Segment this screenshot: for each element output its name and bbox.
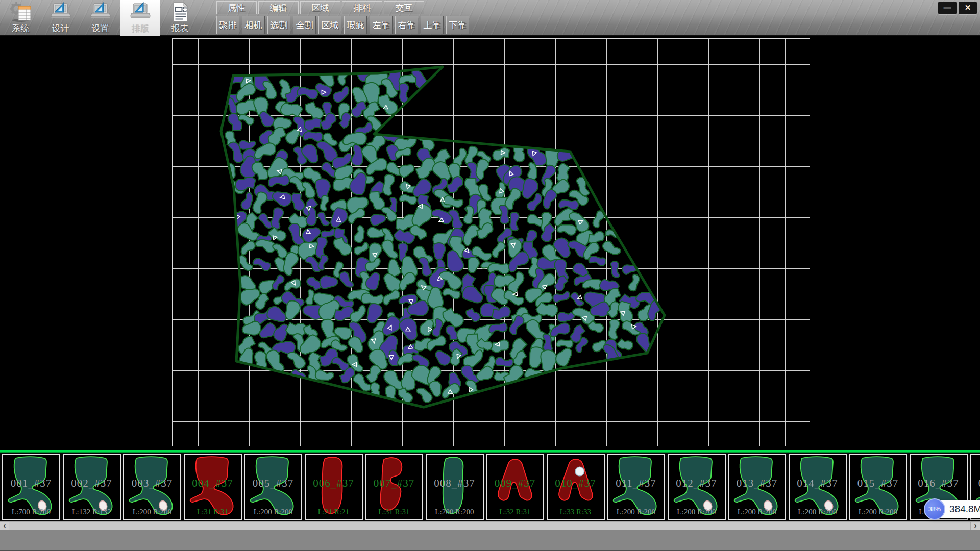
part-lr-count: L:200 R:200 xyxy=(850,508,906,516)
part-name: 017_#37 xyxy=(971,477,980,490)
part-name: 010_#37 xyxy=(548,477,604,490)
part-lr-count: L:700 R:700 xyxy=(3,508,59,516)
part-name: 012_#37 xyxy=(669,477,725,490)
part-thumb-015[interactable]: 015_#37 L:200 R:200 xyxy=(849,454,907,520)
part-thumb-005[interactable]: 005_#37 L:200 R:200 xyxy=(244,454,302,520)
part-lr-count: L:200 R:200 xyxy=(729,508,785,516)
part-lr-count: L:21 R:21 xyxy=(306,508,362,516)
part-thumbnail-list: 001_#37 L:700 R:700 002_#37 L:132 R:132 … xyxy=(0,454,980,520)
part-name: 016_#37 xyxy=(911,477,967,490)
part-lr-count: L:200 R:200 xyxy=(124,508,180,516)
part-lr-count: L:32 R:31 xyxy=(487,508,543,516)
part-name: 008_#37 xyxy=(427,477,483,490)
scroll-track[interactable] xyxy=(9,522,971,530)
parts-strip-separator xyxy=(0,450,980,453)
progress-circle: 38% xyxy=(924,498,945,520)
part-thumb-013[interactable]: 013_#37 L:200 R:200 xyxy=(728,454,786,520)
horizontal-scrollbar[interactable]: ‹ › xyxy=(0,521,980,530)
progress-percent: 38% xyxy=(928,506,941,513)
part-name: 002_#37 xyxy=(64,477,120,490)
nested-pieces xyxy=(222,62,667,406)
part-thumb-010[interactable]: 010_#37 L:33 R:33 xyxy=(547,454,605,520)
part-name: 006_#37 xyxy=(306,477,362,490)
part-thumb-008[interactable]: 008_#37 L:200 R:200 xyxy=(426,454,484,520)
part-lr-count: L:31 R:31 xyxy=(366,508,422,516)
part-name: 007_#37 xyxy=(366,477,422,490)
memory-label: 384.8M xyxy=(949,500,980,518)
part-lr-count: L:200 R:200 xyxy=(790,508,846,516)
part-name: 001_#37 xyxy=(3,477,59,490)
part-lr-count: L:31 R:31 xyxy=(185,508,241,516)
part-thumb-006[interactable]: 006_#37 L:21 R:21 xyxy=(305,454,363,520)
part-lr-count: L:33 R:33 xyxy=(548,508,604,516)
part-name: 014_#37 xyxy=(790,477,846,490)
application-window: 系统 设计 设置 xyxy=(0,0,980,551)
scroll-left-button[interactable]: ‹ xyxy=(0,522,10,530)
part-lr-count: L:200 R:200 xyxy=(669,508,725,516)
workspace xyxy=(0,36,980,450)
part-name: 009_#37 xyxy=(487,477,543,490)
part-thumb-002[interactable]: 002_#37 L:132 R:132 xyxy=(63,454,121,520)
part-name: 005_#37 xyxy=(245,477,301,490)
part-name: 004_#37 xyxy=(185,477,241,490)
parts-strip: 001_#37 L:700 R:700 002_#37 L:132 R:132 … xyxy=(0,450,980,521)
part-thumb-007[interactable]: 007_#37 L:31 R:31 xyxy=(365,454,423,520)
part-name: 015_#37 xyxy=(850,477,906,490)
part-thumb-009[interactable]: 009_#37 L:32 R:31 xyxy=(486,454,544,520)
part-name: 013_#37 xyxy=(729,477,785,490)
part-lr-count: L:132 R:132 xyxy=(64,508,120,516)
part-name: 003_#37 xyxy=(124,477,180,490)
part-thumb-011[interactable]: 011_#37 L:200 R:200 xyxy=(607,454,665,520)
part-lr-count: L:200 R:200 xyxy=(608,508,664,516)
part-lr-count: L:200 R:200 xyxy=(427,508,483,516)
part-thumb-004[interactable]: 004_#37 L:31 R:31 xyxy=(184,454,242,520)
part-thumb-001[interactable]: 001_#37 L:700 R:700 xyxy=(2,454,60,520)
part-lr-count: L:200 R:200 xyxy=(245,508,301,516)
part-thumb-014[interactable]: 014_#37 L:200 R:200 xyxy=(789,454,847,520)
scroll-right-button[interactable]: › xyxy=(970,522,980,530)
part-name: 011_#37 xyxy=(608,477,664,490)
part-thumb-012[interactable]: 012_#37 L:200 R:200 xyxy=(668,454,726,520)
part-thumb-003[interactable]: 003_#37 L:200 R:200 xyxy=(123,454,181,520)
memory-status-badge: 38% 384.8M xyxy=(925,500,980,518)
bottom-bar xyxy=(0,530,980,551)
